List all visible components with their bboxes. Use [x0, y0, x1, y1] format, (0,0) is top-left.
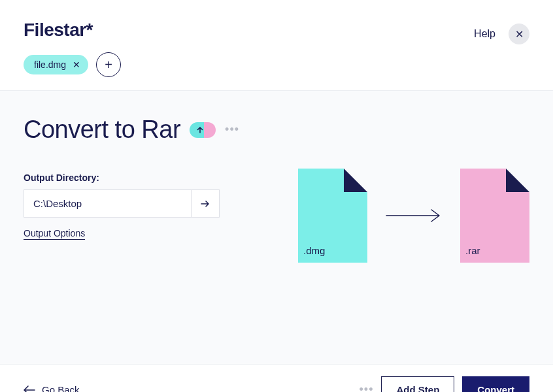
- close-button[interactable]: ✕: [509, 24, 529, 44]
- app-logo: Filestar*: [24, 20, 121, 41]
- page-title: Convert to Rar: [24, 116, 180, 144]
- go-back-button[interactable]: Go Back: [24, 384, 80, 392]
- go-back-label: Go Back: [42, 384, 80, 392]
- footer: Go Back ••• Add Step Convert: [0, 365, 553, 392]
- close-icon: ✕: [515, 28, 524, 41]
- target-ext-label: .rar: [465, 245, 480, 256]
- file-chip-row: file.dmg ✕ +: [24, 52, 121, 77]
- content-row: Output Directory: Output Options .dmg .r…: [24, 172, 529, 263]
- source-file-tile: .dmg: [298, 169, 367, 263]
- output-options-link[interactable]: Output Options: [24, 228, 85, 240]
- plus-icon: +: [105, 57, 112, 73]
- browse-button[interactable]: [191, 189, 220, 218]
- arrow-right-icon: [386, 208, 442, 223]
- header-right: Help ✕: [474, 20, 529, 44]
- remove-file-icon[interactable]: ✕: [73, 59, 80, 70]
- file-chip[interactable]: file.dmg ✕: [24, 55, 88, 74]
- arrow-left-icon: [24, 385, 35, 393]
- file-fold-icon: [506, 169, 529, 192]
- arrow-right-icon: [199, 198, 211, 210]
- footer-actions: ••• Add Step Convert: [360, 376, 529, 392]
- more-options-icon[interactable]: •••: [225, 123, 239, 137]
- source-ext-label: .dmg: [303, 245, 325, 256]
- help-link[interactable]: Help: [474, 28, 495, 40]
- conversion-diagram: .dmg .rar: [298, 169, 529, 263]
- main-panel: Convert to Rar ••• Output Directory: Out…: [0, 90, 553, 365]
- header: Filestar* file.dmg ✕ + Help ✕: [0, 0, 553, 77]
- target-file-tile: .rar: [460, 169, 529, 263]
- output-directory-row: [24, 189, 220, 218]
- footer-more-icon[interactable]: •••: [360, 383, 374, 392]
- output-directory-label: Output Directory:: [24, 172, 220, 183]
- file-chip-label: file.dmg: [34, 59, 66, 70]
- output-settings: Output Directory: Output Options: [24, 172, 220, 263]
- header-left: Filestar* file.dmg ✕ +: [24, 20, 121, 77]
- add-step-button[interactable]: Add Step: [381, 376, 454, 392]
- cloud-upload-icon[interactable]: [190, 122, 216, 138]
- title-row: Convert to Rar •••: [24, 116, 529, 144]
- output-directory-input[interactable]: [24, 189, 191, 218]
- file-fold-icon: [344, 169, 367, 192]
- add-file-button[interactable]: +: [96, 52, 121, 77]
- convert-button[interactable]: Convert: [462, 376, 529, 392]
